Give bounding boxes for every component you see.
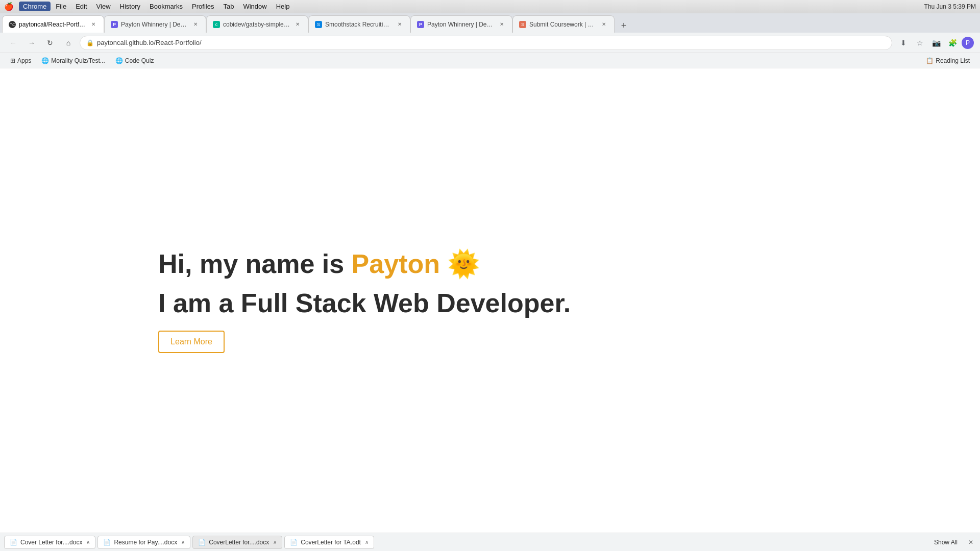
download-chevron-4[interactable]: ∧ bbox=[365, 539, 369, 545]
download-icon-1: 📄 bbox=[10, 539, 17, 546]
download-bar: 📄 Cover Letter for....docx ∧ 📄 Resume fo… bbox=[0, 533, 980, 551]
tab-title-3: cobidev/gatsby-simplefolio: bbox=[223, 21, 290, 28]
nav-bar: ← → ↻ ⌂ 🔒 paytoncali.github.io/React-Por… bbox=[0, 33, 980, 53]
new-tab-button[interactable]: + bbox=[617, 18, 631, 33]
menu-tab[interactable]: Tab bbox=[219, 2, 238, 11]
system-time: Thu Jun 3 5:39 PM bbox=[924, 3, 976, 10]
bookmark-code-quiz-label: Code Quiz bbox=[125, 57, 154, 64]
menu-profiles[interactable]: Profiles bbox=[188, 2, 218, 11]
download-item-2[interactable]: 📄 Resume for Pay....docx ∧ bbox=[97, 536, 190, 549]
tab-title-6: Submit Coursework | Bootcam... bbox=[529, 21, 597, 28]
home-button[interactable]: ⌂ bbox=[61, 36, 76, 50]
bookmark-morality-quiz-label: Morality Quiz/Test... bbox=[51, 57, 105, 64]
hero-prefix: Hi, my name is bbox=[158, 249, 352, 279]
download-item-3[interactable]: 📄 CoverLetter for....docx ∧ bbox=[192, 536, 282, 549]
forward-button[interactable]: → bbox=[24, 36, 39, 50]
main-content: Hi, my name is Payton 🌞 I am a Full Stac… bbox=[0, 68, 980, 533]
hero-title-line1: Hi, my name is Payton 🌞 bbox=[158, 248, 571, 280]
download-icon-3: 📄 bbox=[198, 539, 206, 546]
screenshot-icon[interactable]: 📷 bbox=[929, 36, 943, 50]
tab-favicon-github: ⌥ bbox=[9, 21, 16, 28]
address-bar[interactable]: 🔒 paytoncali.github.io/React-Portfolio/ bbox=[80, 36, 892, 50]
menu-history[interactable]: History bbox=[116, 2, 144, 11]
reading-list-button[interactable]: 📋 Reading List bbox=[922, 56, 974, 65]
download-icon-4: 📄 bbox=[290, 539, 298, 546]
tab-favicon-c: c bbox=[213, 21, 220, 28]
hero-section: Hi, my name is Payton 🌞 I am a Full Stac… bbox=[158, 248, 571, 353]
menu-chrome[interactable]: Chrome bbox=[19, 2, 51, 11]
tab-close-6[interactable]: ✕ bbox=[600, 20, 608, 29]
code-quiz-favicon: 🌐 bbox=[115, 57, 123, 64]
tab-title-4: Smoothstack Recruiting Web... bbox=[325, 21, 393, 28]
tab-favicon-s: S bbox=[315, 21, 322, 28]
download-item-4[interactable]: 📄 CoverLetter for TA.odt ∧ bbox=[284, 536, 374, 549]
profile-avatar[interactable]: P bbox=[962, 37, 974, 49]
download-label-2: Resume for Pay....docx bbox=[114, 539, 177, 546]
menu-edit[interactable]: Edit bbox=[71, 2, 91, 11]
apps-grid-icon: ⊞ bbox=[10, 57, 15, 64]
download-chevron-3[interactable]: ∧ bbox=[273, 539, 277, 545]
menu-help[interactable]: Help bbox=[272, 2, 294, 11]
download-label-3: CoverLetter for....docx bbox=[209, 539, 269, 546]
download-bar-close[interactable]: ✕ bbox=[966, 537, 976, 547]
download-page-icon[interactable]: ⬇ bbox=[896, 36, 911, 50]
reading-list-icon: 📋 bbox=[926, 57, 934, 64]
tab-favicon-p1: P bbox=[111, 21, 118, 28]
bookmarks-bar: ⊞ Apps 🌐 Morality Quiz/Test... 🌐 Code Qu… bbox=[0, 53, 980, 68]
lock-icon: 🔒 bbox=[86, 39, 94, 46]
menu-view[interactable]: View bbox=[92, 2, 115, 11]
tab-payton-whinnery-2[interactable]: P Payton Whinnery | Developer ✕ bbox=[410, 15, 512, 33]
tab-close-2[interactable]: ✕ bbox=[191, 20, 200, 29]
download-item-1[interactable]: 📄 Cover Letter for....docx ∧ bbox=[4, 536, 95, 549]
menu-file[interactable]: File bbox=[52, 2, 70, 11]
nav-bar-right: ⬇ ☆ 📷 🧩 P bbox=[896, 36, 974, 50]
tab-submit-coursework[interactable]: S Submit Coursework | Bootcam... ✕ bbox=[512, 15, 615, 33]
sun-icon: 🌞 bbox=[447, 249, 480, 279]
tab-close-5[interactable]: ✕ bbox=[498, 20, 506, 29]
reload-button[interactable]: ↻ bbox=[43, 36, 57, 50]
download-label-4: CoverLetter for TA.odt bbox=[301, 539, 361, 546]
menu-window[interactable]: Window bbox=[239, 2, 271, 11]
bookmark-apps-label: Apps bbox=[17, 57, 31, 64]
download-icon-2: 📄 bbox=[103, 539, 111, 546]
tab-title-2: Payton Whinnery | Developer bbox=[121, 21, 188, 28]
apple-logo-icon[interactable]: 🍎 bbox=[4, 2, 14, 11]
tab-close-4[interactable]: ✕ bbox=[396, 20, 404, 29]
url-display: paytoncali.github.io/React-Portfolio/ bbox=[97, 39, 886, 46]
tab-smoothstack[interactable]: S Smoothstack Recruiting Web... ✕ bbox=[308, 15, 410, 33]
back-button[interactable]: ← bbox=[6, 36, 20, 50]
morality-quiz-favicon: 🌐 bbox=[41, 57, 49, 64]
bookmark-apps[interactable]: ⊞ Apps bbox=[6, 56, 35, 65]
tab-payton-whinnery-1[interactable]: P Payton Whinnery | Developer ✕ bbox=[104, 15, 206, 33]
menu-bar: 🍎 Chrome File Edit View History Bookmark… bbox=[0, 0, 980, 13]
hero-subtitle: I am a Full Stack Web Developer. bbox=[158, 288, 571, 318]
learn-more-button[interactable]: Learn More bbox=[158, 331, 225, 353]
tab-react-portfolio[interactable]: ⌥ paytoncali/React-Portfolio ✕ bbox=[2, 15, 104, 33]
tab-gatsby-simplefolio[interactable]: c cobidev/gatsby-simplefolio: ✕ bbox=[206, 15, 308, 33]
tab-title-1: paytoncali/React-Portfolio bbox=[19, 21, 86, 28]
bookmark-icon[interactable]: ☆ bbox=[913, 36, 927, 50]
tab-close-1[interactable]: ✕ bbox=[89, 20, 97, 29]
bookmark-morality-quiz[interactable]: 🌐 Morality Quiz/Test... bbox=[37, 56, 109, 65]
download-chevron-2[interactable]: ∧ bbox=[181, 539, 185, 545]
tab-favicon-p2: P bbox=[417, 21, 424, 28]
tab-favicon-submit: S bbox=[519, 21, 526, 28]
extensions-icon[interactable]: 🧩 bbox=[945, 36, 960, 50]
show-all-button[interactable]: Show All bbox=[928, 537, 964, 548]
tabs-bar: ⌥ paytoncali/React-Portfolio ✕ P Payton … bbox=[0, 13, 980, 33]
tab-close-3[interactable]: ✕ bbox=[293, 20, 302, 29]
menu-bookmarks[interactable]: Bookmarks bbox=[145, 2, 187, 11]
download-chevron-1[interactable]: ∧ bbox=[86, 539, 90, 545]
tab-title-5: Payton Whinnery | Developer bbox=[427, 21, 495, 28]
reading-list-label: Reading List bbox=[936, 57, 970, 64]
hero-name: Payton bbox=[352, 249, 440, 279]
download-label-1: Cover Letter for....docx bbox=[20, 539, 82, 546]
bookmark-code-quiz[interactable]: 🌐 Code Quiz bbox=[111, 56, 158, 65]
